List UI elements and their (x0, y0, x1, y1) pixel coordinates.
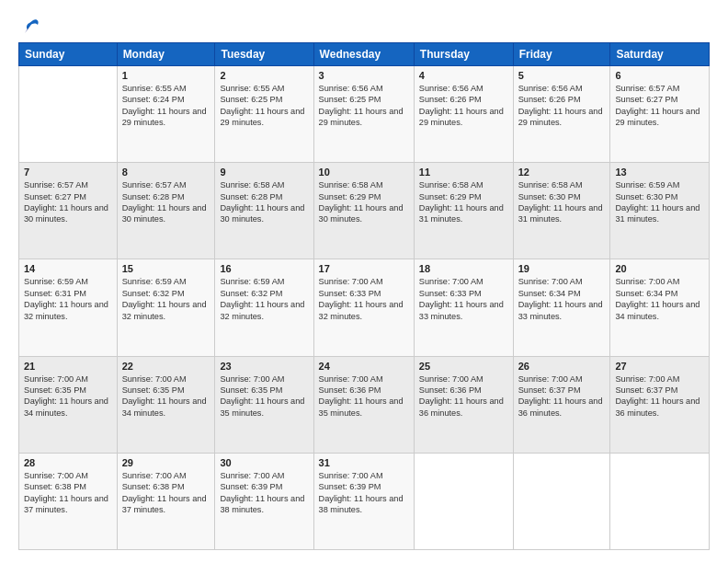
day-number: 19 (518, 263, 606, 274)
table-row: 20Sunrise: 7:00 AMSunset: 6:34 PMDayligh… (610, 259, 710, 356)
cell-content: Sunrise: 6:56 AMSunset: 6:26 PMDaylight:… (518, 83, 606, 129)
cell-content: Sunrise: 7:00 AMSunset: 6:34 PMDaylight:… (615, 276, 704, 322)
table-row (414, 453, 513, 549)
cell-content: Sunrise: 6:57 AMSunset: 6:27 PMDaylight:… (24, 179, 112, 225)
cell-content: Sunrise: 7:00 AMSunset: 6:35 PMDaylight:… (122, 373, 210, 419)
cell-content: Sunrise: 7:00 AMSunset: 6:37 PMDaylight:… (518, 373, 606, 419)
table-row: 23Sunrise: 7:00 AMSunset: 6:35 PMDayligh… (215, 356, 313, 453)
day-number: 3 (319, 70, 409, 81)
table-row (19, 66, 118, 163)
logo-bird-icon (20, 17, 40, 37)
week-row-1: 1Sunrise: 6:55 AMSunset: 6:24 PMDaylight… (19, 66, 710, 163)
day-number: 30 (220, 457, 308, 468)
day-number: 10 (319, 167, 409, 178)
day-number: 15 (122, 263, 210, 274)
day-number: 28 (24, 457, 112, 468)
table-row: 7Sunrise: 6:57 AMSunset: 6:27 PMDaylight… (19, 163, 118, 259)
cell-content: Sunrise: 6:57 AMSunset: 6:28 PMDaylight:… (122, 179, 210, 225)
cell-content: Sunrise: 7:00 AMSunset: 6:39 PMDaylight:… (319, 470, 409, 516)
table-row: 15Sunrise: 6:59 AMSunset: 6:32 PMDayligh… (117, 259, 215, 356)
cell-content: Sunrise: 6:59 AMSunset: 6:31 PMDaylight:… (24, 276, 112, 322)
day-number: 26 (518, 361, 606, 372)
day-number: 12 (518, 167, 606, 178)
cell-content: Sunrise: 6:57 AMSunset: 6:27 PMDaylight:… (615, 83, 704, 129)
table-row: 21Sunrise: 7:00 AMSunset: 6:35 PMDayligh… (19, 356, 118, 453)
table-row: 24Sunrise: 7:00 AMSunset: 6:36 PMDayligh… (313, 356, 414, 453)
cell-content: Sunrise: 6:56 AMSunset: 6:26 PMDaylight:… (419, 83, 508, 129)
col-sunday: Sunday (19, 43, 118, 66)
cell-content: Sunrise: 7:00 AMSunset: 6:33 PMDaylight:… (419, 276, 508, 322)
cell-content: Sunrise: 7:00 AMSunset: 6:35 PMDaylight:… (24, 373, 112, 419)
page: Sunday Monday Tuesday Wednesday Thursday… (0, 0, 728, 563)
table-row (610, 453, 710, 549)
cell-content: Sunrise: 6:58 AMSunset: 6:29 PMDaylight:… (419, 179, 508, 225)
table-row: 30Sunrise: 7:00 AMSunset: 6:39 PMDayligh… (215, 453, 313, 549)
day-number: 8 (122, 167, 210, 178)
day-number: 7 (24, 167, 112, 178)
day-number: 25 (419, 361, 508, 372)
col-thursday: Thursday (414, 43, 513, 66)
logo (18, 17, 40, 33)
calendar-table: Sunday Monday Tuesday Wednesday Thursday… (18, 42, 710, 550)
week-row-5: 28Sunrise: 7:00 AMSunset: 6:38 PMDayligh… (19, 453, 710, 549)
table-row: 2Sunrise: 6:55 AMSunset: 6:25 PMDaylight… (215, 66, 313, 163)
table-row: 22Sunrise: 7:00 AMSunset: 6:35 PMDayligh… (117, 356, 215, 453)
day-number: 1 (122, 70, 210, 81)
table-row: 27Sunrise: 7:00 AMSunset: 6:37 PMDayligh… (610, 356, 710, 453)
cell-content: Sunrise: 7:00 AMSunset: 6:33 PMDaylight:… (319, 276, 409, 322)
day-number: 16 (220, 263, 308, 274)
cell-content: Sunrise: 6:55 AMSunset: 6:25 PMDaylight:… (220, 83, 308, 129)
table-row: 18Sunrise: 7:00 AMSunset: 6:33 PMDayligh… (414, 259, 513, 356)
col-saturday: Saturday (610, 43, 710, 66)
day-number: 11 (419, 167, 508, 178)
day-number: 2 (220, 70, 308, 81)
day-number: 24 (319, 361, 409, 372)
day-number: 22 (122, 361, 210, 372)
day-number: 5 (518, 70, 606, 81)
cell-content: Sunrise: 6:59 AMSunset: 6:32 PMDaylight:… (220, 276, 308, 322)
day-number: 29 (122, 457, 210, 468)
cell-content: Sunrise: 7:00 AMSunset: 6:38 PMDaylight:… (24, 470, 112, 516)
day-number: 20 (615, 263, 704, 274)
table-row: 1Sunrise: 6:55 AMSunset: 6:24 PMDaylight… (117, 66, 215, 163)
table-row: 14Sunrise: 6:59 AMSunset: 6:31 PMDayligh… (19, 259, 118, 356)
col-wednesday: Wednesday (313, 43, 414, 66)
cell-content: Sunrise: 7:00 AMSunset: 6:39 PMDaylight:… (220, 470, 308, 516)
table-row: 13Sunrise: 6:59 AMSunset: 6:30 PMDayligh… (610, 163, 710, 259)
day-number: 31 (319, 457, 409, 468)
cell-content: Sunrise: 7:00 AMSunset: 6:35 PMDaylight:… (220, 373, 308, 419)
cell-content: Sunrise: 7:00 AMSunset: 6:37 PMDaylight:… (615, 373, 704, 419)
week-row-4: 21Sunrise: 7:00 AMSunset: 6:35 PMDayligh… (19, 356, 710, 453)
table-row: 31Sunrise: 7:00 AMSunset: 6:39 PMDayligh… (313, 453, 414, 549)
cell-content: Sunrise: 7:00 AMSunset: 6:38 PMDaylight:… (122, 470, 210, 516)
day-number: 18 (419, 263, 508, 274)
table-row: 9Sunrise: 6:58 AMSunset: 6:28 PMDaylight… (215, 163, 313, 259)
day-number: 17 (319, 263, 409, 274)
cell-content: Sunrise: 6:58 AMSunset: 6:30 PMDaylight:… (518, 179, 606, 225)
table-row: 29Sunrise: 7:00 AMSunset: 6:38 PMDayligh… (117, 453, 215, 549)
cell-content: Sunrise: 7:00 AMSunset: 6:34 PMDaylight:… (518, 276, 606, 322)
table-row: 12Sunrise: 6:58 AMSunset: 6:30 PMDayligh… (513, 163, 610, 259)
table-row: 26Sunrise: 7:00 AMSunset: 6:37 PMDayligh… (513, 356, 610, 453)
week-row-2: 7Sunrise: 6:57 AMSunset: 6:27 PMDaylight… (19, 163, 710, 259)
table-row: 5Sunrise: 6:56 AMSunset: 6:26 PMDaylight… (513, 66, 610, 163)
day-number: 6 (615, 70, 704, 81)
day-number: 4 (419, 70, 508, 81)
table-row: 19Sunrise: 7:00 AMSunset: 6:34 PMDayligh… (513, 259, 610, 356)
cell-content: Sunrise: 6:58 AMSunset: 6:28 PMDaylight:… (220, 179, 308, 225)
day-number: 27 (615, 361, 704, 372)
table-row (513, 453, 610, 549)
week-row-3: 14Sunrise: 6:59 AMSunset: 6:31 PMDayligh… (19, 259, 710, 356)
day-number: 13 (615, 167, 704, 178)
cell-content: Sunrise: 6:59 AMSunset: 6:30 PMDaylight:… (615, 179, 704, 225)
cell-content: Sunrise: 6:55 AMSunset: 6:24 PMDaylight:… (122, 83, 210, 129)
day-number: 14 (24, 263, 112, 274)
cell-content: Sunrise: 6:58 AMSunset: 6:29 PMDaylight:… (319, 179, 409, 225)
cell-content: Sunrise: 6:59 AMSunset: 6:32 PMDaylight:… (122, 276, 210, 322)
cell-content: Sunrise: 7:00 AMSunset: 6:36 PMDaylight:… (419, 373, 508, 419)
cell-content: Sunrise: 7:00 AMSunset: 6:36 PMDaylight:… (319, 373, 409, 419)
table-row: 4Sunrise: 6:56 AMSunset: 6:26 PMDaylight… (414, 66, 513, 163)
table-row: 17Sunrise: 7:00 AMSunset: 6:33 PMDayligh… (313, 259, 414, 356)
table-row: 8Sunrise: 6:57 AMSunset: 6:28 PMDaylight… (117, 163, 215, 259)
day-number: 21 (24, 361, 112, 372)
